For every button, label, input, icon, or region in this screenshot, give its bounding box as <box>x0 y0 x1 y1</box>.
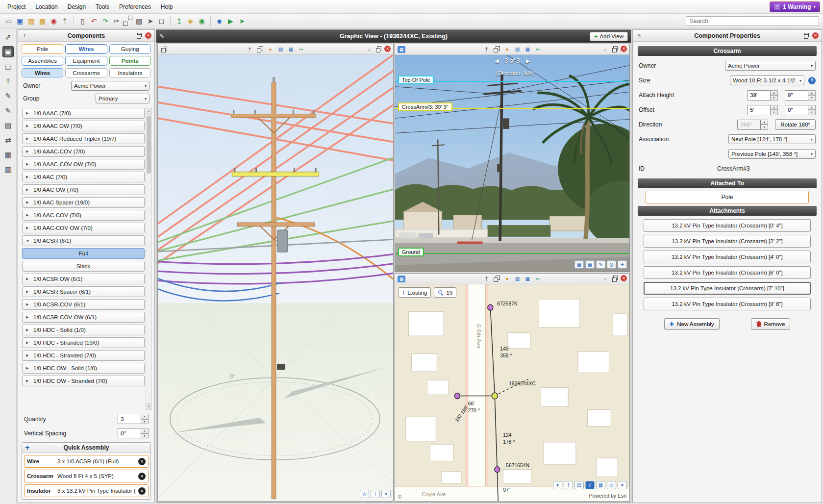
quick-assembly-row[interactable]: Wire3 x 1/0 ACSR (6/1) (Full)✕ <box>24 455 149 468</box>
list-subitem[interactable]: Full <box>22 248 145 259</box>
next-photo-button[interactable]: ▶ <box>526 58 530 64</box>
ground-label[interactable]: Ground <box>398 248 424 256</box>
close-icon[interactable]: ✕ <box>621 46 627 52</box>
menu-tools[interactable]: Tools <box>91 2 114 12</box>
size-dropdown[interactable]: Wood 10 Ft 3-1/2 x 4-1/2 ▾ <box>730 76 804 85</box>
remove-assembly-item-button[interactable]: ✕ <box>138 473 146 480</box>
list-item[interactable]: ▶1/0 ACSR OW (6/1) <box>22 274 145 284</box>
list-item[interactable]: ▶1/0 ACSR-COV (6/1) <box>22 299 145 310</box>
scrollbar-thumb[interactable] <box>147 116 151 174</box>
marker-icon[interactable]: ● <box>503 46 511 53</box>
attachment-item[interactable]: 13.2 kV Pin Type Insulator (Crossarm) [2… <box>644 235 811 248</box>
vertical-spacing-stepper[interactable]: ▲ ▼ <box>118 428 149 438</box>
copy-view-icon[interactable] <box>160 46 168 53</box>
attach-height-feet-stepper[interactable]: ▲▼ <box>747 90 778 101</box>
expand-icon[interactable]: ↕ <box>364 44 374 54</box>
3d-view[interactable]: †●▧▦↦ ↕✕ <box>157 44 394 502</box>
image-edit-icon[interactable]: ✎ <box>596 260 605 269</box>
spin-down-icon[interactable]: ▼ <box>808 110 816 115</box>
popout-panel-icon[interactable] <box>136 32 143 39</box>
settings-icon[interactable]: ✦ <box>381 490 391 498</box>
list-item[interactable]: ▼1/0 ACSR (6/1) <box>22 235 145 246</box>
save-icon[interactable]: ▣ <box>14 15 25 26</box>
menu-location[interactable]: Location <box>31 2 62 12</box>
edit-notes-icon[interactable]: ✎ <box>2 105 14 116</box>
image-icon[interactable]: ▦ <box>2 149 14 160</box>
list-scrollbar[interactable]: ▲ ▼ <box>146 108 152 410</box>
expand-icon[interactable]: ↕ <box>600 274 611 284</box>
spin-up-icon[interactable]: ▲ <box>771 90 778 96</box>
tab-guying[interactable]: Guying <box>109 44 151 54</box>
location-icon[interactable]: ◉ <box>48 15 59 26</box>
next-pole-dropdown[interactable]: Next Pole [124', 178 °] ▾ <box>728 134 816 144</box>
attachment-item[interactable]: 13.2 kV Pin Type Insulator (Crossarm) [6… <box>644 266 811 279</box>
lock-icon[interactable]: ◉ <box>196 15 207 26</box>
locate-icon[interactable]: ◎ <box>607 481 616 489</box>
locate-icon[interactable]: ◎ <box>607 260 616 269</box>
archive-icon[interactable]: ▦ <box>37 15 48 26</box>
blank-page-icon[interactable]: ◻ <box>2 61 14 72</box>
photo-panel-icon[interactable]: ▦ <box>398 46 405 53</box>
spin-up-icon[interactable]: ▲ <box>141 428 149 433</box>
popout-icon[interactable] <box>611 275 619 282</box>
owner-dropdown[interactable]: Acme Power ▾ <box>725 61 816 71</box>
marker-icon[interactable]: ● <box>266 46 274 53</box>
list-item[interactable]: ▶1/0 AAC (7/0) <box>22 172 145 182</box>
delete-icon[interactable]: ▯ <box>77 15 88 26</box>
scroll-up-icon[interactable]: ▲ <box>146 108 151 115</box>
subtab-wires[interactable]: Wires <box>22 68 63 77</box>
photo-canvas[interactable]: Top Of Pole CrossArm#3: 39' 9" Ground ◀ … <box>395 55 629 272</box>
quick-assembly-row[interactable]: CrossarmWood 8 Ft 4 x 5 (SYP)✕ <box>24 470 149 482</box>
expand-icon[interactable]: ↕ <box>600 44 611 54</box>
image-icon[interactable]: ▦ <box>524 46 532 53</box>
subtab-crossarms[interactable]: Crossarms <box>65 68 107 77</box>
image-remove-icon[interactable]: ▦ <box>585 260 595 269</box>
tab-assemblies[interactable]: Assemblies <box>22 56 63 66</box>
attachment-item[interactable]: 13.2 kV Pin Type Insulator (Crossarm) [4… <box>644 251 811 263</box>
attachment-item[interactable]: 13.2 kV Pin Type Insulator (Crossarm) [9… <box>644 298 811 310</box>
tools-icon[interactable]: ✦ <box>618 481 627 489</box>
close-panel-icon[interactable]: ✕ <box>812 32 819 39</box>
spin-up-icon[interactable]: ▲ <box>771 105 778 110</box>
popout-icon[interactable] <box>611 46 619 53</box>
map-canvas[interactable]: 672587K 1936244XC 5671654N 149' 358 ° 66… <box>395 284 629 501</box>
offset-feet-stepper[interactable]: ▲▼ <box>747 105 778 115</box>
list-subitem[interactable]: Slack <box>22 261 145 272</box>
analysis-icon[interactable]: ▧ <box>513 46 522 53</box>
spin-down-icon[interactable]: ▼ <box>771 110 778 115</box>
attach-height-inches-stepper[interactable]: ▲▼ <box>785 90 816 101</box>
map-zoom-chip[interactable]: 19 <box>434 287 456 298</box>
pole-icon[interactable]: † <box>371 490 380 498</box>
export-icon[interactable]: ↦ <box>534 46 542 53</box>
pole-icon[interactable]: † <box>482 46 491 53</box>
tag-icon[interactable]: ◈ <box>185 15 196 26</box>
table-icon[interactable]: ▤ <box>2 120 14 131</box>
spin-up-icon[interactable]: ▲ <box>808 105 816 110</box>
table-icon[interactable]: ▤ <box>574 481 584 489</box>
list-item[interactable]: ▶1/0 ACSR-COV OW (6/1) <box>22 312 145 323</box>
transfer-icon[interactable]: ⇄ <box>2 134 14 146</box>
image-add-icon[interactable]: ▦ <box>574 260 584 269</box>
subtab-insulators[interactable]: Insulators <box>109 68 151 77</box>
archive-icon[interactable]: ▦ <box>596 481 605 489</box>
scroll-down-icon[interactable]: ▼ <box>146 403 151 409</box>
settings-icon[interactable]: ✦ <box>553 481 562 489</box>
list-item[interactable]: ▶1/0 HDC OW - Solid (1/0) <box>22 363 145 374</box>
popout-panel-icon[interactable] <box>803 32 810 39</box>
add-view-button[interactable]: + Add View <box>590 32 628 41</box>
list-item[interactable]: ▶1/0 AAC-COV (7/0) <box>22 210 145 221</box>
undo-icon[interactable]: ↶ <box>88 15 100 26</box>
pole-config-icon[interactable]: † <box>59 15 71 26</box>
analysis-icon[interactable]: ▧ <box>276 46 285 53</box>
previous-photo-button[interactable]: ◀ <box>495 58 499 64</box>
analysis-icon[interactable]: ▧ <box>513 275 522 282</box>
locate-icon[interactable]: ◎ <box>360 490 369 498</box>
layers-icon[interactable] <box>493 275 501 282</box>
pole-icon[interactable]: † <box>246 46 254 53</box>
marquee-icon[interactable]: ◻ <box>156 15 167 26</box>
ground-line[interactable] <box>395 253 629 254</box>
cut-icon[interactable]: ✂ <box>111 15 122 26</box>
map-view[interactable]: ▦ †●▧▦↦ ↕✕ <box>395 273 630 502</box>
photo-view[interactable]: ▦ †●▧▦↦ ↕✕ <box>395 44 630 272</box>
pole-icon[interactable]: † <box>482 275 491 282</box>
